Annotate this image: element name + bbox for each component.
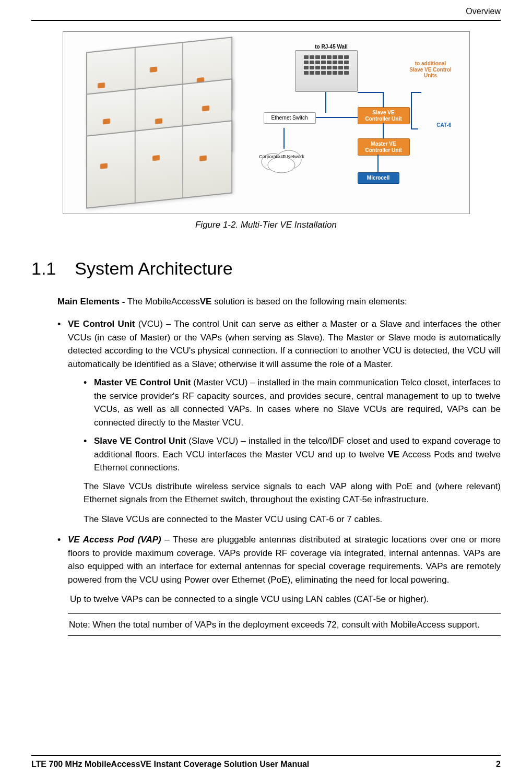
list-item-slave-vcu: Slave VE Control Unit (Slave VCU) – inst… [84,434,501,475]
slave-unit-box: Slave VE Controller Unit [358,107,410,124]
vcu-title: VE Control Unit [68,319,135,329]
intro-text-after: solution is based on the following main … [211,297,407,306]
page-number: 2 [496,758,501,771]
corporate-network-cloud: Corporate IP Network [258,146,305,173]
intro-lead-bold: Main Elements - [57,297,125,306]
list-item-vcu: VE Control Unit (VCU) – The control Unit… [57,317,501,526]
vap-title: VE Access Pod (VAP) [68,535,161,545]
building-illustration [76,44,248,201]
master-vcu-title: Master VE Control Unit [94,377,191,387]
slave-vcu-title: Slave VE Control Unit [94,436,186,446]
section-heading: 1.1System Architecture [31,255,501,282]
section-number: 1.1 [31,255,56,282]
list-item-vap: VE Access Pod (VAP) – These are pluggabl… [57,533,501,606]
footer-title: LTE 700 MHz MobileAccessVE Instant Cover… [31,758,309,771]
figure-container: to RJ-45 Wall Jacks to additional Slave … [31,31,501,232]
vap-para: Up to twelve VAPs can be connected to a … [70,593,501,606]
section-title: System Architecture [75,258,232,278]
list-item-master-vcu: Master VE Control Unit (Master VCU) – in… [84,376,501,429]
master-unit-box: Master VE Controller Unit [358,138,410,156]
label-additional-slaves: to additional Slave VE Control Units [405,58,457,81]
slave-para-2: The Slave VCUs are connected to the Mast… [84,513,501,526]
page-footer: LTE 700 MHz MobileAccessVE Instant Cover… [31,755,501,771]
header-title: Overview [466,7,501,16]
ethernet-switch-box: Ethernet Switch [264,112,316,124]
slave-vcu-ve: VE [388,450,400,459]
label-cat6: CAT-6 [433,120,454,131]
note-text: Note: When the total number of VAPs in t… [69,620,480,630]
note-box: Note: When the total number of VAPs in t… [68,613,501,636]
body-content: Main Elements - The MobileAccessVE solut… [31,295,501,636]
intro-paragraph: Main Elements - The MobileAccessVE solut… [57,295,501,309]
intro-ve: VE [200,297,212,306]
corporate-network-label: Corporate IP Network [258,155,305,160]
network-diagram: to RJ-45 Wall Jacks to additional Slave … [258,42,457,204]
figure-frame: to RJ-45 Wall Jacks to additional Slave … [63,31,470,214]
page-header: Overview [31,0,501,20]
figure-caption: Figure 1-2. Multi-Tier VE Installation [31,218,501,232]
jack-panel [295,50,358,92]
slave-para-1: The Slave VCUs distribute wireless servi… [84,480,501,506]
intro-text-before: The MobileAccess [125,297,199,306]
footer-rule [31,755,501,756]
microcell-box: Microcell [358,172,399,184]
header-rule [31,20,501,21]
